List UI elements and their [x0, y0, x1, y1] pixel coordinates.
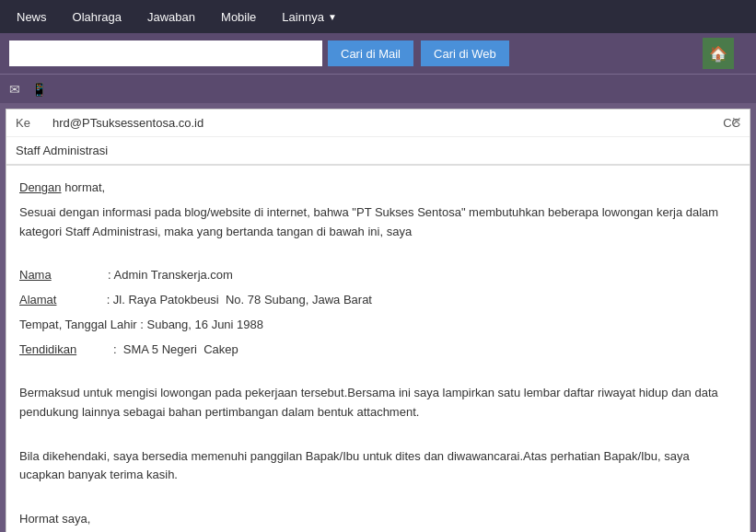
email-to-row: Ke hrd@PTsuksessentosa.co.id CC: [6, 110, 750, 137]
close-button[interactable]: ✕: [731, 115, 742, 128]
body-nama: Nama : Admin Transkerja.com: [19, 266, 737, 285]
icon-bar: ✉ 📱: [0, 74, 756, 103]
body-greeting: Dengan hormat,: [19, 179, 737, 198]
body-pendidikan: Tendidikan : SMA 5 Negeri Cakep: [19, 341, 737, 360]
search-mail-button[interactable]: Cari di Mail: [328, 40, 413, 66]
body-paragraph1: Bermaksud untuk mengisi lowongan pada pe…: [19, 384, 737, 422]
home-icon: 🏠: [709, 45, 727, 63]
body-intro: Sesuai dengan informasi pada blog/websit…: [19, 203, 737, 242]
search-input[interactable]: [9, 40, 322, 66]
nav-item-olahraga[interactable]: Olahraga: [60, 0, 134, 33]
nav-item-news[interactable]: News: [4, 0, 60, 33]
email-compose-area: ✕ Ke hrd@PTsuksessentosa.co.id CC Staff …: [6, 109, 750, 532]
search-bar: Cari di Mail Cari di Web 🏠: [0, 33, 756, 74]
subject-value: Staff Administrasi: [16, 144, 740, 157]
body-alamat: Alamat : Jl. Raya Patokbeusi No. 78 Suba…: [19, 291, 737, 310]
nav-item-jawaban[interactable]: Jawaban: [134, 0, 208, 33]
nav-bar: News Olahraga Jawaban Mobile Lainnya ▼: [0, 0, 756, 33]
nav-item-lainnya[interactable]: Lainnya ▼: [269, 0, 349, 33]
email-body[interactable]: Dengan hormat, Sesuai dengan informasi p…: [6, 166, 750, 532]
search-left-section: Cari di Mail Cari di Web: [9, 40, 695, 66]
home-button[interactable]: 🏠: [703, 38, 734, 69]
body-paragraph2: Bila dikehendaki, saya bersedia memenuhi…: [19, 447, 737, 486]
mail-icon[interactable]: ✉: [9, 82, 20, 97]
lainnya-dropdown-arrow: ▼: [328, 12, 337, 22]
body-closing: Hormat saya,: [19, 510, 737, 529]
search-right-section: 🏠: [703, 38, 747, 69]
nav-item-mobile[interactable]: Mobile: [208, 0, 269, 33]
email-subject-row: Staff Administrasi: [6, 137, 750, 165]
to-label: Ke: [16, 116, 52, 130]
mobile-icon[interactable]: 📱: [31, 82, 47, 97]
body-ttl: Tempat, Tanggal Lahir : Subang, 16 Juni …: [19, 316, 737, 335]
to-value: hrd@PTsuksessentosa.co.id: [52, 116, 723, 130]
email-header: Ke hrd@PTsuksessentosa.co.id CC Staff Ad…: [6, 110, 750, 166]
search-web-button[interactable]: Cari di Web: [421, 40, 509, 66]
